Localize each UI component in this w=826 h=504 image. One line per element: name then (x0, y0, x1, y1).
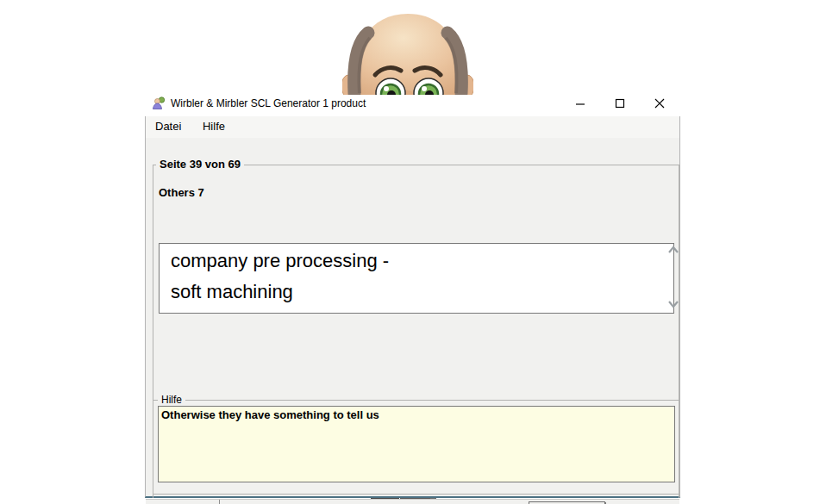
maximize-icon (615, 98, 625, 109)
window-title: Wirbler & Mirbler SCL Generator 1 produc… (171, 97, 366, 109)
section-label: Others 7 (159, 186, 204, 199)
help-text: Otherwise they have something to tell us (161, 408, 379, 421)
help-groupbox-label: Hilfe (158, 394, 185, 406)
maximize-button[interactable] (607, 90, 633, 116)
minimize-button[interactable] (567, 90, 593, 116)
help-groupbox: Hilfe Otherwise they have something to t… (153, 400, 679, 495)
screen: Wirbler & Mirbler SCL Generator 1 produc… (0, 0, 826, 504)
app-window: Wirbler & Mirbler SCL Generator 1 produc… (145, 90, 680, 498)
help-textbox: Otherwise they have something to tell us (158, 406, 675, 482)
content-textbox[interactable]: company pre processing - soft machining (159, 243, 674, 314)
close-icon (654, 98, 665, 109)
scroll-up-icon[interactable] (666, 245, 680, 255)
minimize-icon (575, 98, 585, 109)
bald-head-icon (342, 10, 473, 95)
footer-bar: Schließen Zurück Weiter (146, 499, 679, 504)
menu-item-datei[interactable]: Datei (147, 116, 190, 136)
content-line: soft machining (171, 277, 673, 308)
scroll-down-icon[interactable] (666, 299, 680, 309)
schliessen-button[interactable]: Schließen (149, 500, 220, 504)
peeking-character-illustration (342, 10, 473, 95)
app-icon (152, 96, 166, 110)
menu-item-hilfe[interactable]: Hilfe (194, 116, 234, 136)
content-line: company pre processing - (171, 246, 673, 277)
page-groupbox-label: Seite 39 von 69 (156, 158, 244, 171)
close-button[interactable] (647, 90, 673, 116)
window-body: Datei Hilfe Seite 39 von 69 Others 7 com… (145, 116, 680, 498)
menu-bar: Datei Hilfe (146, 116, 679, 138)
